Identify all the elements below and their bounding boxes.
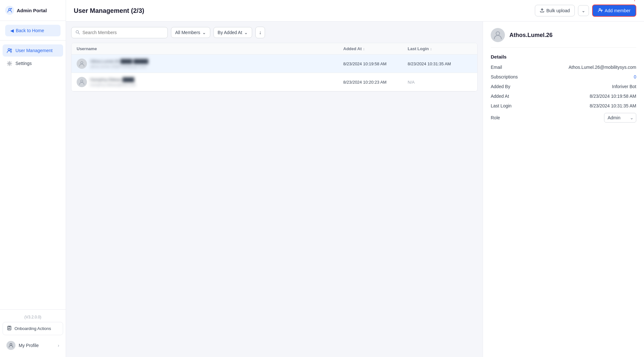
users-icon <box>6 48 12 53</box>
sidebar-nav: User Management Settings <box>0 41 66 309</box>
sidebar-item-user-management-label: User Management <box>15 48 52 53</box>
role-label: Role <box>491 115 529 120</box>
detail-avatar <box>491 28 505 42</box>
search-icon <box>75 30 80 35</box>
topbar-actions: Bulk upload ⌄ ↑ Add member <box>535 5 636 17</box>
svg-point-5 <box>9 63 10 64</box>
email-label: Email <box>491 65 529 70</box>
sort-arrows-last-login: ↕ <box>430 47 432 51</box>
svg-point-9 <box>76 31 79 33</box>
svg-point-11 <box>81 80 83 82</box>
version-text: (V3.2.0.0) <box>3 314 63 322</box>
svg-point-4 <box>10 49 12 50</box>
detail-row-email: Email Athos.Lumel.26@mobilitysys.com <box>491 65 636 70</box>
back-to-home-button[interactable]: ◀ Back to Home <box>5 25 61 36</box>
subscriptions-label: Subscriptions <box>491 74 529 79</box>
user-name-1: Athos.Lumel.26 ████ █████ <box>90 59 148 64</box>
my-profile-button[interactable]: My Profile › <box>3 338 63 353</box>
user-email-1: athos.lumel.26@mobilitysys.com <box>90 64 148 69</box>
my-profile-label: My Profile <box>19 343 39 348</box>
sidebar-item-settings[interactable]: Settings <box>3 57 63 69</box>
svg-point-7 <box>10 343 12 345</box>
filters-row: All Members ⌄ By Added At ⌄ ↓ <box>71 27 478 38</box>
svg-point-3 <box>8 49 10 50</box>
content-area: All Members ⌄ By Added At ⌄ ↓ Username <box>66 22 644 357</box>
by-added-at-filter[interactable]: By Added At ⌄ <box>213 27 252 38</box>
table-section: All Members ⌄ By Added At ⌄ ↓ Username <box>66 22 483 357</box>
sidebar-item-user-management[interactable]: User Management <box>3 44 63 57</box>
added-at-2: 8/23/2024 10:20:23 AM <box>343 80 408 85</box>
sidebar-logo-text: Admin Portal <box>17 8 47 13</box>
chevron-right-icon: › <box>58 343 59 348</box>
detail-row-subscriptions: Subscriptions 0 <box>491 74 636 79</box>
sidebar: ⚙ Admin Portal ◀ Back to Home User Manag… <box>0 0 66 357</box>
last-login-value: 8/23/2024 10:31:35 AM <box>590 103 636 108</box>
last-login-1: 8/23/2024 10:31:35 AM <box>408 61 472 66</box>
last-login-2: N/A <box>408 80 472 85</box>
email-value: Athos.Lumel.26@mobilitysys.com <box>569 65 636 70</box>
sidebar-logo: ⚙ Admin Portal <box>0 0 66 21</box>
column-header-username: Username <box>77 46 343 51</box>
table-row[interactable]: Athos.Lumel.26 ████ █████ athos.lumel.26… <box>71 55 477 73</box>
detail-row-role: Role Admin Member Viewer <box>491 113 636 123</box>
detail-panel: Athos.Lumel.26 Details Email Athos.Lumel… <box>483 22 644 357</box>
detail-row-last-login: Last Login 8/23/2024 10:31:35 AM <box>491 103 636 108</box>
add-member-label: Add member <box>605 8 630 13</box>
chevron-down-icon: ⌄ <box>244 30 248 35</box>
user-email-2: humphry.obleas@test.com <box>90 83 136 87</box>
sort-direction-button[interactable]: ↓ <box>255 27 265 38</box>
chevron-left-icon: ◀ <box>10 28 14 33</box>
added-at-1: 8/23/2024 10:19:58 AM <box>343 61 408 66</box>
by-added-at-label: By Added At <box>218 30 242 35</box>
role-select[interactable]: Admin Member Viewer <box>604 113 636 123</box>
add-member-arrow-indicator: ↑ <box>632 0 637 3</box>
role-wrapper: Admin Member Viewer <box>604 113 636 123</box>
detail-section-title: Details <box>491 54 636 60</box>
user-avatar-1 <box>77 59 87 69</box>
chevron-down-icon: ⌄ <box>582 8 585 13</box>
detail-username: Athos.Lumel.26 <box>509 32 553 39</box>
main-content: User Management (2/3) Bulk upload ⌄ ↑ <box>66 0 644 357</box>
search-input[interactable] <box>82 30 164 35</box>
onboarding-actions-button[interactable]: Onboarding Actions <box>3 322 63 335</box>
table-header: Username Added At ↕ Last Login ↕ <box>71 43 477 55</box>
onboarding-actions-label: Onboarding Actions <box>14 326 51 331</box>
svg-text:⚙: ⚙ <box>11 8 12 10</box>
bulk-upload-button[interactable]: Bulk upload <box>535 5 575 16</box>
sidebar-item-settings-label: Settings <box>15 61 32 66</box>
upload-icon <box>540 8 545 14</box>
bulk-upload-dropdown-button[interactable]: ⌄ <box>578 5 589 16</box>
detail-header: Athos.Lumel.26 <box>491 28 636 48</box>
added-by-label: Added By <box>491 84 529 89</box>
user-cell-1: Athos.Lumel.26 ████ █████ athos.lumel.26… <box>77 59 343 69</box>
added-at-label: Added At <box>491 94 529 99</box>
profile-avatar <box>6 341 15 350</box>
user-avatar-2 <box>77 77 87 87</box>
user-name-2: Humphry.Obleas ████ <box>90 77 136 82</box>
all-members-label: All Members <box>175 30 200 35</box>
bulk-upload-label: Bulk upload <box>546 8 570 13</box>
column-header-last-login[interactable]: Last Login ↕ <box>408 46 472 51</box>
sort-desc-icon: ↓ <box>259 30 261 35</box>
search-box[interactable] <box>71 27 168 38</box>
add-user-icon <box>598 8 603 14</box>
all-members-filter[interactable]: All Members ⌄ <box>171 27 210 38</box>
svg-point-12 <box>496 32 500 35</box>
user-cell-2: Humphry.Obleas ████ humphry.obleas@test.… <box>77 77 343 87</box>
detail-row-added-by: Added By Inforiver Bot <box>491 84 636 89</box>
column-header-added-at[interactable]: Added At ↕ <box>343 46 408 51</box>
svg-point-10 <box>81 62 83 64</box>
added-by-value: Inforiver Bot <box>612 84 636 89</box>
added-at-value: 8/23/2024 10:19:58 AM <box>590 94 636 99</box>
add-member-button[interactable]: ↑ Add member <box>592 5 636 17</box>
topbar: User Management (2/3) Bulk upload ⌄ ↑ <box>66 0 644 22</box>
table-row[interactable]: Humphry.Obleas ████ humphry.obleas@test.… <box>71 73 477 91</box>
sort-arrows-added-at: ↕ <box>363 47 365 51</box>
page-title: User Management (2/3) <box>74 7 144 14</box>
svg-point-8 <box>599 9 601 10</box>
chevron-down-icon: ⌄ <box>202 30 206 35</box>
subscriptions-value[interactable]: 0 <box>634 74 636 79</box>
clipboard-icon <box>7 325 12 332</box>
detail-row-added-at: Added At 8/23/2024 10:19:58 AM <box>491 94 636 99</box>
last-login-label: Last Login <box>491 103 529 108</box>
